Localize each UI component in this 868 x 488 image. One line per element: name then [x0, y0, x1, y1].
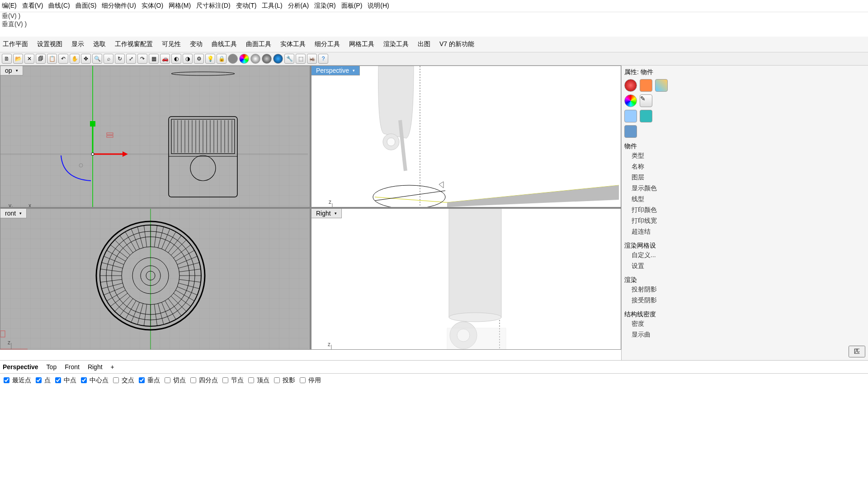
- menu-item[interactable]: 细分物件(U): [102, 2, 136, 10]
- menu-item[interactable]: 曲线(C): [48, 2, 70, 10]
- redo-icon[interactable]: ↷: [137, 54, 147, 64]
- toolbar-tab[interactable]: 工作视窗配置: [115, 40, 153, 48]
- view-tab[interactable]: +: [111, 363, 114, 371]
- osnap-垂点[interactable]: 垂点: [137, 376, 160, 385]
- viewport-top[interactable]: op y: [0, 66, 310, 207]
- shade4-icon[interactable]: [273, 54, 283, 64]
- prop-item[interactable]: 显示颜色: [624, 183, 865, 194]
- filter-icon[interactable]: 🔧: [284, 54, 294, 64]
- grasshopper-icon[interactable]: 🦗: [307, 54, 317, 64]
- construct-icon[interactable]: ⬚: [296, 54, 306, 64]
- lock-icon[interactable]: 🔒: [217, 54, 226, 64]
- prop-item[interactable]: 显示曲: [624, 329, 865, 340]
- osnap-点[interactable]: 点: [34, 376, 51, 385]
- menu-item[interactable]: 说明(H): [368, 2, 389, 10]
- viewport-perspective[interactable]: Perspective z y x: [311, 66, 621, 207]
- toolbar-tab[interactable]: 显示: [71, 40, 84, 48]
- layer-left-icon[interactable]: ◐: [171, 54, 181, 64]
- osnap-四分点[interactable]: 四分点: [189, 376, 218, 385]
- menu-item[interactable]: 渲染(R): [314, 2, 335, 10]
- menu-item[interactable]: 分析(A): [288, 2, 309, 10]
- osnap-停用[interactable]: 停用: [298, 376, 321, 385]
- toolbar-tab[interactable]: 设置视图: [37, 40, 62, 48]
- command-line[interactable]: [0, 28, 868, 37]
- osnap-中点[interactable]: 中点: [53, 376, 76, 385]
- menu-item[interactable]: 工具(L): [262, 2, 282, 10]
- osnap-投影[interactable]: 投影: [272, 376, 295, 385]
- osnap-交点[interactable]: 交点: [111, 376, 134, 385]
- prop-brush-icon[interactable]: ✎: [640, 94, 652, 107]
- shade-color-icon[interactable]: [239, 54, 249, 64]
- zoom-icon[interactable]: 🔍: [92, 54, 102, 64]
- match-button[interactable]: 匹: [849, 346, 865, 357]
- cut-icon[interactable]: ✕: [24, 54, 34, 64]
- prop-item[interactable]: 名称: [624, 161, 865, 172]
- shade3-icon[interactable]: [262, 54, 272, 64]
- viewport-top-title[interactable]: op: [0, 66, 23, 75]
- prop-item[interactable]: 接受阴影: [624, 295, 865, 306]
- shade2-icon[interactable]: [250, 54, 260, 64]
- prop-box-icon[interactable]: [624, 110, 637, 122]
- paste-icon[interactable]: 📋: [47, 54, 57, 64]
- toolbar-tab[interactable]: 出图: [418, 40, 430, 48]
- menu-item[interactable]: 变动(T): [236, 2, 257, 10]
- prop-item[interactable]: 投射阴影: [624, 284, 865, 295]
- toolbar-tab[interactable]: 实体工具: [280, 40, 306, 48]
- zoom-sel-icon[interactable]: ⤢: [126, 54, 136, 64]
- toolbar-tab[interactable]: 网格工具: [349, 40, 374, 48]
- prop-mat-icon[interactable]: [640, 79, 652, 92]
- toolbar-tab[interactable]: 曲线工具: [212, 40, 237, 48]
- view-tab[interactable]: Perspective: [3, 363, 38, 371]
- prop-cyl-icon[interactable]: [624, 125, 637, 138]
- osnap-切点[interactable]: 切点: [163, 376, 186, 385]
- rotate-view-icon[interactable]: ↻: [115, 54, 125, 64]
- prop-obj-icon[interactable]: [624, 79, 637, 92]
- menu-item[interactable]: 网格(M): [169, 2, 191, 10]
- prop-item[interactable]: 打印颜色: [624, 205, 865, 216]
- car-icon[interactable]: 🚗: [160, 54, 170, 64]
- new-icon[interactable]: 🗎: [2, 54, 12, 64]
- layer-right-icon[interactable]: ◑: [183, 54, 193, 64]
- undo-icon[interactable]: ↶: [58, 54, 68, 64]
- viewport-front-title[interactable]: ront: [0, 209, 27, 218]
- help-icon[interactable]: ?: [318, 54, 328, 64]
- menu-item[interactable]: 编(E): [2, 2, 17, 10]
- menu-item[interactable]: 尺寸标注(D): [196, 2, 230, 10]
- open-icon[interactable]: 📂: [13, 54, 23, 64]
- toolbar-tab[interactable]: V7 的新功能: [439, 40, 474, 48]
- toolbar-tab[interactable]: 选取: [93, 40, 106, 48]
- viewport-right-title[interactable]: Right: [311, 209, 342, 218]
- toolbar-tab[interactable]: 渲染工具: [383, 40, 409, 48]
- toolbar-tab[interactable]: 变动: [190, 40, 203, 48]
- osnap-顶点[interactable]: 顶点: [246, 376, 269, 385]
- prop-item[interactable]: 密度: [624, 319, 865, 329]
- menu-item[interactable]: 查看(V): [22, 2, 43, 10]
- copy-icon[interactable]: 🗐: [36, 54, 46, 64]
- viewport-front[interactable]: ront z x: [0, 209, 310, 350]
- prop-gem-icon[interactable]: [640, 110, 652, 122]
- prop-color-icon[interactable]: [624, 94, 637, 107]
- light-icon[interactable]: 💡: [205, 54, 215, 64]
- menu-item[interactable]: 面板(P): [341, 2, 363, 10]
- prop-item[interactable]: 设置: [624, 261, 865, 272]
- prop-item[interactable]: 线型: [624, 194, 865, 205]
- pan-icon[interactable]: ✋: [70, 54, 80, 64]
- toolbar-tab[interactable]: 细分工具: [315, 40, 340, 48]
- viewport-persp-title[interactable]: Perspective: [311, 66, 360, 75]
- view-tab[interactable]: Right: [88, 363, 103, 371]
- layer-props-icon[interactable]: ⚙: [194, 54, 204, 64]
- shade1-icon[interactable]: [228, 54, 238, 64]
- view-tab[interactable]: Top: [47, 363, 57, 371]
- prop-item[interactable]: 自定义...: [624, 250, 865, 261]
- toolbar-tab[interactable]: 曲面工具: [246, 40, 271, 48]
- prop-item[interactable]: 打印线宽: [624, 216, 865, 226]
- prop-item[interactable]: 超连结: [624, 226, 865, 237]
- osnap-中心点[interactable]: 中心点: [79, 376, 108, 385]
- view-tab[interactable]: Front: [65, 363, 80, 371]
- osnap-最近点[interactable]: 最近点: [2, 376, 31, 385]
- menu-item[interactable]: 曲面(S): [75, 2, 97, 10]
- prop-item[interactable]: 图层: [624, 172, 865, 183]
- menu-item[interactable]: 实体(O): [142, 2, 163, 10]
- zoom-ext-icon[interactable]: ⌕: [104, 54, 113, 64]
- toolbar-tab[interactable]: 可见性: [162, 40, 181, 48]
